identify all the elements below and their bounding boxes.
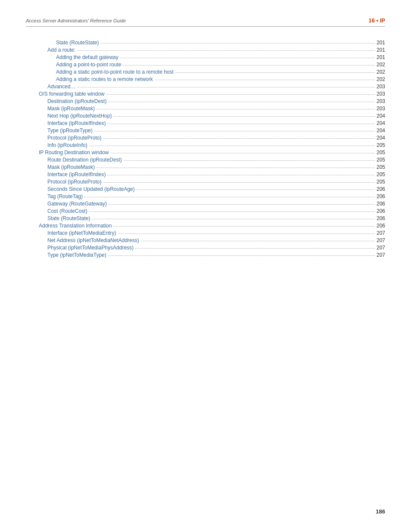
toc-dots bbox=[97, 168, 375, 168]
chapter-indicator: 16 • IP bbox=[368, 17, 385, 24]
toc-entry[interactable]: Mask (ipRouteMask)203 bbox=[39, 106, 385, 112]
toc-page-number: 202 bbox=[377, 69, 385, 75]
toc-page-number: 201 bbox=[377, 54, 385, 60]
toc-entry[interactable]: Tag (RouteTag)206 bbox=[39, 193, 385, 199]
toc-entry[interactable]: Protocol (ipRouteProto)205 bbox=[39, 179, 385, 185]
toc-page-number: 203 bbox=[377, 84, 385, 90]
toc-entry[interactable]: Type (ipRouteType)204 bbox=[39, 128, 385, 134]
toc-entry[interactable]: Net Address (ipNetToMediaNetAddress)207 bbox=[39, 237, 385, 243]
toc-dots bbox=[89, 212, 375, 212]
toc-entry-label: Protocol (ipRouteProto) bbox=[47, 179, 101, 185]
toc-entry[interactable]: Address Translation Information206 bbox=[39, 223, 385, 229]
toc-entry[interactable]: Adding a point-to-point route202 bbox=[39, 62, 385, 68]
toc-page-number: 205 bbox=[377, 142, 385, 148]
toc-page-number: 206 bbox=[377, 208, 385, 214]
toc-entry[interactable]: O/S forwarding table window203 bbox=[39, 91, 385, 97]
toc-entry-label: Address Translation Information bbox=[39, 223, 112, 229]
toc-entry[interactable]: IP Routing Destination window205 bbox=[39, 149, 385, 156]
toc-page-number: 203 bbox=[377, 106, 385, 112]
toc-page-number: 203 bbox=[377, 91, 385, 97]
toc-entry[interactable]: Interface (ipRouteIfIndex)204 bbox=[39, 120, 385, 126]
toc-entry-label: State (RouteState) bbox=[56, 40, 99, 46]
toc-dots bbox=[175, 72, 375, 73]
toc-dots bbox=[103, 182, 375, 183]
toc-page-number: 204 bbox=[377, 135, 385, 141]
toc-page-number: 202 bbox=[377, 62, 385, 68]
toc-entry-label: Type (ipRouteType) bbox=[47, 128, 93, 134]
toc-entry[interactable]: Interface (ipRouteIfIndex)205 bbox=[39, 171, 385, 177]
toc-page-number: 206 bbox=[377, 201, 385, 207]
toc-entry-label: Add a route: bbox=[47, 47, 75, 53]
toc-container: State (RouteState)201Add a route:201Addi… bbox=[26, 40, 385, 258]
toc-entry-label: Mask (ipRouteMask) bbox=[47, 164, 95, 170]
toc-dots bbox=[118, 233, 375, 234]
toc-page-number: 201 bbox=[377, 40, 385, 46]
toc-page-number: 205 bbox=[377, 164, 385, 170]
toc-entry-label: Tag (RouteTag) bbox=[47, 193, 83, 199]
toc-entry-label: Adding the default gateway bbox=[56, 54, 118, 60]
toc-dots bbox=[89, 146, 375, 146]
toc-dots bbox=[103, 138, 375, 139]
toc-entry[interactable]: Mask (ipRouteMask)205 bbox=[39, 164, 385, 170]
toc-entry[interactable]: Info (ipRouteInfo)205 bbox=[39, 142, 385, 148]
toc-entry[interactable]: Advanced…203 bbox=[39, 84, 385, 90]
toc-dots bbox=[77, 50, 375, 51]
toc-page-number: 206 bbox=[377, 186, 385, 192]
toc-entry[interactable]: Adding the default gateway201 bbox=[39, 54, 385, 60]
toc-dots bbox=[106, 94, 375, 95]
toc-dots bbox=[120, 58, 375, 58]
toc-entry[interactable]: Next Hop (ipRouteNextHop)204 bbox=[39, 113, 385, 119]
toc-entry-label: Adding a static point-to-point route to … bbox=[56, 69, 174, 75]
toc-entry[interactable]: Add a route:201 bbox=[39, 47, 385, 53]
toc-dots bbox=[109, 204, 375, 205]
toc-entry-label: Adding a static routes to a remote netwo… bbox=[56, 76, 153, 82]
toc-entry[interactable]: State (RouteState)206 bbox=[39, 215, 385, 221]
toc-entry[interactable]: Physical (ipNetToMediaPhysAddress)207 bbox=[39, 245, 385, 251]
toc-entry[interactable]: Protocol (ipRouteProto)204 bbox=[39, 135, 385, 141]
toc-page-number: 206 bbox=[377, 193, 385, 199]
toc-page-number: 207 bbox=[377, 245, 385, 251]
page-number: 186 bbox=[376, 508, 385, 515]
toc-page-number: 201 bbox=[377, 47, 385, 53]
toc-entry[interactable]: Adding a static routes to a remote netwo… bbox=[39, 76, 385, 82]
toc-entry-label: Physical (ipNetToMediaPhysAddress) bbox=[47, 245, 134, 251]
toc-entry-label: Net Address (ipNetToMediaNetAddress) bbox=[47, 237, 139, 243]
toc-entry[interactable]: State (RouteState)201 bbox=[39, 40, 385, 46]
toc-dots bbox=[123, 65, 375, 65]
toc-dots bbox=[92, 219, 375, 219]
toc-entry-label: Mask (ipRouteMask) bbox=[47, 106, 95, 112]
toc-dots bbox=[97, 109, 375, 109]
toc-page-number: 207 bbox=[377, 252, 385, 258]
toc-entry-label: Adding a point-to-point route bbox=[56, 62, 121, 68]
toc-entry[interactable]: Interface (ipNetToMediaEntry)207 bbox=[39, 230, 385, 236]
toc-entry-label: IP Routing Destination window bbox=[39, 149, 109, 156]
toc-entry-label: Gateway (RouteGateway) bbox=[47, 201, 107, 207]
toc-entry-label: O/S forwarding table window bbox=[39, 91, 105, 97]
toc-entry-label: Type (ipNetToMediaType) bbox=[47, 252, 106, 258]
toc-entry[interactable]: Type (ipNetToMediaType)207 bbox=[39, 252, 385, 258]
toc-entry-label: Advanced… bbox=[47, 84, 75, 90]
toc-entry[interactable]: Route Destination (ipRouteDest)205 bbox=[39, 157, 385, 163]
toc-entry-label: Route Destination (ipRouteDest) bbox=[47, 157, 122, 163]
toc-dots bbox=[107, 175, 375, 175]
toc-entry-label: Interface (ipNetToMediaEntry) bbox=[47, 230, 116, 236]
toc-page-number: 205 bbox=[377, 157, 385, 163]
toc-entry[interactable]: Cost (RouteCost)206 bbox=[39, 208, 385, 214]
toc-entry[interactable]: Destination (ipRouteDest)203 bbox=[39, 98, 385, 104]
toc-entry[interactable]: Adding a static point-to-point route to … bbox=[39, 69, 385, 75]
toc-dots bbox=[113, 226, 375, 227]
toc-dots bbox=[135, 248, 375, 249]
toc-page-number: 205 bbox=[377, 149, 385, 156]
toc-dots bbox=[113, 116, 375, 117]
toc-entry-label: Protocol (ipRouteProto) bbox=[47, 135, 101, 141]
page-header: Access Server Administrators' Reference … bbox=[26, 17, 385, 27]
header-title: Access Server Administrators' Reference … bbox=[26, 18, 126, 23]
toc-entry[interactable]: Seconds Since Updated (ipRouteAge)206 bbox=[39, 186, 385, 192]
toc-entry-label: Next Hop (ipRouteNextHop) bbox=[47, 113, 112, 119]
toc-dots bbox=[84, 197, 375, 197]
toc-page-number: 206 bbox=[377, 215, 385, 221]
toc-entry[interactable]: Gateway (RouteGateway)206 bbox=[39, 201, 385, 207]
toc-page-number: 204 bbox=[377, 128, 385, 134]
toc-entry-label: Cost (RouteCost) bbox=[47, 208, 87, 214]
toc-dots bbox=[111, 153, 375, 153]
